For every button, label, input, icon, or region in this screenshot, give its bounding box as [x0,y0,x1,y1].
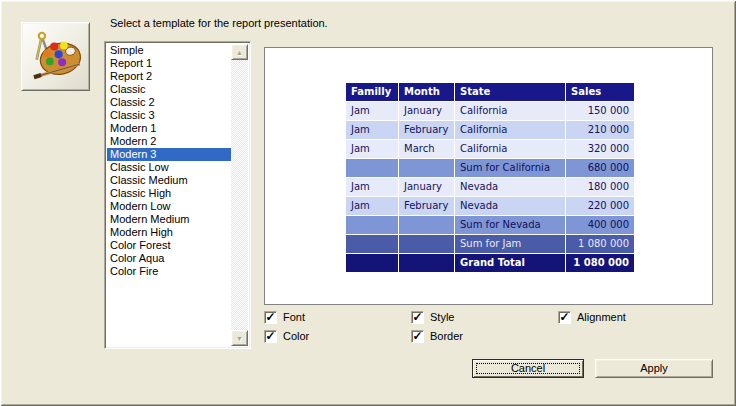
table-cell: Jam [346,102,398,120]
table-cell: February [399,121,454,139]
table-row: Jam March California 320 000 [346,140,634,158]
table-cell: 210 000 [566,121,634,139]
template-option[interactable]: Color Aqua [107,252,231,265]
table-cell: 680 000 [566,159,634,177]
table-cell: January [399,178,454,196]
checkbox-style-box[interactable]: ✓ [411,311,424,324]
scroll-up-button[interactable]: ▲ [231,44,248,60]
table-cell: 400 000 [566,216,634,234]
table-row: Jam February Nevada 220 000 [346,197,634,215]
table-cell: Sum for Jam [455,235,565,253]
table-cell: Sum for California [455,159,565,177]
apply-button-label: Apply [640,362,668,374]
table-row: Jam January Nevada 180 000 [346,178,634,196]
table-cell: February [399,197,454,215]
cancel-button[interactable]: Cancel [472,359,584,378]
palette-icon-art [27,28,85,86]
cancel-button-label: Cancel [511,362,545,374]
table-cell: 1 080 000 [566,235,634,253]
checkbox-font-label: Font [283,311,305,324]
table-row: Jam January California 150 000 [346,102,634,120]
template-option[interactable]: Classic [107,83,231,96]
table-cell: 220 000 [566,197,634,215]
table-row: Jam February California 210 000 [346,121,634,139]
template-option[interactable]: Modern 1 [107,122,231,135]
table-cell: Grand Total [455,254,565,272]
column-header: Sales [566,83,634,101]
check-icon: ✓ [265,331,275,341]
template-list-items: Simple Report 1 Report 2 Classic Classic… [107,44,231,346]
preview-table-header-row: Familly Month State Sales [346,83,634,101]
template-option[interactable]: Modern Low [107,200,231,213]
template-option[interactable]: Color Fire [107,265,231,278]
table-cell [399,254,454,272]
column-header: Month [399,83,454,101]
checkbox-border[interactable]: ✓ Border [411,330,463,343]
scroll-down-button[interactable]: ▼ [231,330,248,346]
table-cell: California [455,140,565,158]
table-cell: Jam [346,140,398,158]
checkbox-border-label: Border [430,330,463,343]
template-option[interactable]: Classic 3 [107,109,231,122]
table-cell [346,254,398,272]
template-option[interactable]: Classic 2 [107,96,231,109]
checkbox-color-box[interactable]: ✓ [264,330,277,343]
check-icon: ✓ [265,312,275,322]
checkbox-color[interactable]: ✓ Color [264,330,309,343]
template-option[interactable]: Color Forest [107,239,231,252]
table-cell: Jam [346,197,398,215]
checkbox-alignment[interactable]: ✓ Alignment [558,311,626,324]
up-arrow-icon: ▲ [236,49,243,56]
preview-table: Familly Month State Sales Jam January Ca… [345,82,635,273]
column-header: State [455,83,565,101]
table-cell [346,216,398,234]
palette-icon [21,22,90,91]
checkbox-style-label: Style [430,311,454,324]
template-option[interactable]: Modern 2 [107,135,231,148]
table-cell: Nevada [455,197,565,215]
table-cell [399,159,454,177]
table-cell: 180 000 [566,178,634,196]
template-option[interactable]: Simple [107,44,231,57]
checkbox-alignment-box[interactable]: ✓ [558,311,571,324]
template-option[interactable]: Modern High [107,226,231,239]
template-option[interactable]: Classic Low [107,161,231,174]
template-option[interactable]: Report 1 [107,57,231,70]
check-icon: ✓ [559,312,569,322]
checkbox-font[interactable]: ✓ Font [264,311,305,324]
checkbox-font-box[interactable]: ✓ [264,311,277,324]
checkbox-alignment-label: Alignment [577,311,626,324]
table-cell: 1 080 000 [566,254,634,272]
table-cell: California [455,102,565,120]
apply-button[interactable]: Apply [595,359,713,378]
down-arrow-icon: ▼ [236,335,243,342]
table-cell [346,159,398,177]
checkbox-border-box[interactable]: ✓ [411,330,424,343]
template-option[interactable]: Classic Medium [107,174,231,187]
table-cell: 320 000 [566,140,634,158]
table-row-grand-total: Grand Total 1 080 000 [346,254,634,272]
table-row-subtotal: Sum for Jam 1 080 000 [346,235,634,253]
template-option-selected[interactable]: Modern 3 [107,148,231,161]
check-icon: ✓ [412,331,422,341]
table-cell: 150 000 [566,102,634,120]
template-listbox[interactable]: Simple Report 1 Report 2 Classic Classic… [104,41,251,349]
template-option[interactable]: Classic High [107,187,231,200]
template-option[interactable]: Modern Medium [107,213,231,226]
table-row-subtotal: Sum for California 680 000 [346,159,634,177]
table-cell: March [399,140,454,158]
table-cell: Sum for Nevada [455,216,565,234]
template-option[interactable]: Report 2 [107,70,231,83]
listbox-scrollbar[interactable]: ▲ ▼ [231,44,248,346]
table-cell [399,235,454,253]
table-cell: California [455,121,565,139]
checkbox-style[interactable]: ✓ Style [411,311,454,324]
table-cell [346,235,398,253]
table-cell [399,216,454,234]
table-cell: Nevada [455,178,565,196]
column-header: Familly [346,83,398,101]
table-row-subtotal: Sum for Nevada 400 000 [346,216,634,234]
table-cell: January [399,102,454,120]
instruction-label: Select a template for the report present… [110,17,328,29]
table-cell: Jam [346,178,398,196]
